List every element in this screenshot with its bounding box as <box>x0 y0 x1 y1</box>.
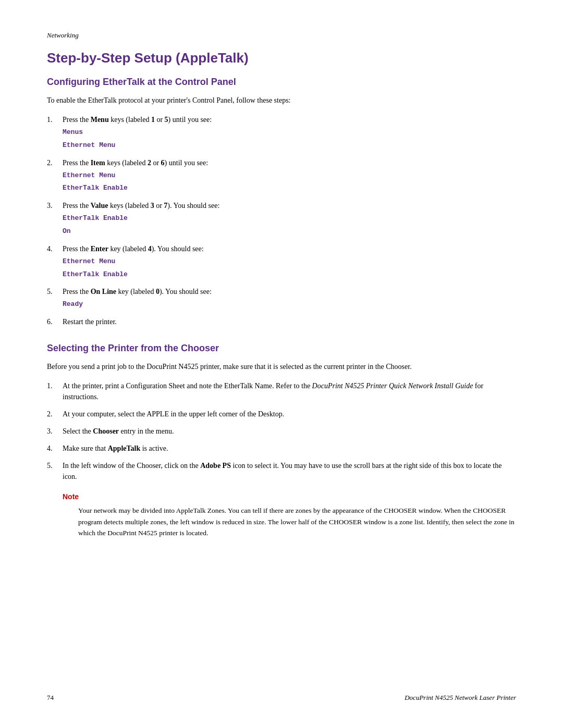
step-1-bold-1: 1 <box>151 116 155 124</box>
step-4-bold-4: 4 <box>148 245 152 253</box>
s2-step-5-bold-adobeps: Adobe PS <box>200 462 231 470</box>
s2-step-3-number: 3. <box>47 426 53 437</box>
section1-intro: To enable the EtherTalk protocol at your… <box>47 95 516 106</box>
step-4-code-ethertalk-enable: EtherTalk Enable <box>63 269 516 280</box>
step-5-number: 5. <box>47 286 53 297</box>
s2-step-5-number: 5. <box>47 460 53 471</box>
s2-step-2: 2. At your computer, select the APPLE in… <box>47 409 516 419</box>
s2-step-1-number: 1. <box>47 380 53 391</box>
footer: 74 DocuPrint N4525 Network Laser Printer <box>47 694 516 702</box>
step-2-code-ethertalk-enable: EtherTalk Enable <box>63 183 516 194</box>
section2-steps-list: 1. At the printer, print a Configuration… <box>47 380 516 482</box>
note-section: Note Your network may be divided into Ap… <box>63 492 516 539</box>
s2-step-4-bold-appletalk: AppleTalk <box>108 445 141 452</box>
s2-step-4-number: 4. <box>47 443 53 454</box>
step-2-bold-item: Item <box>91 159 105 167</box>
step-1: 1. Press the Menu keys (labeled 1 or 5) … <box>47 114 516 151</box>
step-3: 3. Press the Value keys (labeled 3 or 7)… <box>47 200 516 237</box>
step-2: 2. Press the Item keys (labeled 2 or 6) … <box>47 157 516 194</box>
networking-label: Networking <box>47 31 516 40</box>
step-4-number: 4. <box>47 243 53 254</box>
step-3-code-on: On <box>63 226 516 237</box>
step-6: 6. Restart the printer. <box>47 316 516 327</box>
s2-step-4: 4. Make sure that AppleTalk is active. <box>47 443 516 454</box>
s2-step-3-bold-chooser: Chooser <box>93 427 119 435</box>
step-3-code-ethertalk-enable: EtherTalk Enable <box>63 213 516 224</box>
step-5: 5. Press the On Line key (labeled 0). Yo… <box>47 286 516 310</box>
step-2-number: 2. <box>47 157 53 168</box>
footer-page-number: 74 <box>47 694 54 702</box>
step-3-bold-7: 7 <box>164 202 167 209</box>
s2-step-3: 3. Select the Chooser entry in the menu. <box>47 426 516 437</box>
section2-title: Selecting the Printer from the Chooser <box>47 343 516 354</box>
step-1-bold-menu: Menu <box>91 116 109 124</box>
note-text: Your network may be divided into AppleTa… <box>78 505 516 539</box>
header-section: Networking <box>47 31 516 40</box>
section1-title: Configuring EtherTalk at the Control Pan… <box>47 77 516 88</box>
s2-step-1: 1. At the printer, print a Configuration… <box>47 380 516 402</box>
step-2-bold-2: 2 <box>148 159 151 167</box>
page: Networking Step-by-Step Setup (AppleTalk… <box>0 0 563 728</box>
step-1-code-ethernet-menu: Ethernet Menu <box>63 140 516 151</box>
page-title: Step-by-Step Setup (AppleTalk) <box>47 50 516 66</box>
step-2-bold-6: 6 <box>161 159 165 167</box>
step-3-bold-3: 3 <box>151 202 154 209</box>
step-5-bold-online: On Line <box>91 288 116 295</box>
s2-step-2-number: 2. <box>47 409 53 419</box>
step-3-number: 3. <box>47 200 53 211</box>
step-1-number: 1. <box>47 114 53 125</box>
step-1-bold-5: 5 <box>165 116 168 124</box>
section1-steps-list: 1. Press the Menu keys (labeled 1 or 5) … <box>47 114 516 327</box>
step-4-bold-enter: Enter <box>91 245 108 253</box>
step-5-code-ready: Ready <box>63 299 516 310</box>
footer-doc-title: DocuPrint N4525 Network Laser Printer <box>405 694 516 702</box>
step-4: 4. Press the Enter key (labeled 4). You … <box>47 243 516 280</box>
step-2-code-ethernet-menu: Ethernet Menu <box>63 170 516 181</box>
step-4-code-ethernet-menu: Ethernet Menu <box>63 256 516 267</box>
step-5-bold-0: 0 <box>156 288 160 295</box>
step-1-code-menus: Menus <box>63 127 516 138</box>
step-6-number: 6. <box>47 316 53 327</box>
note-label: Note <box>63 492 516 501</box>
s2-step-1-italic: DocuPrint N4525 Printer Quick Network In… <box>312 382 473 390</box>
step-3-bold-value: Value <box>91 202 108 209</box>
s2-step-5: 5. In the left window of the Chooser, cl… <box>47 460 516 482</box>
section2-intro: Before you send a print job to the DocuP… <box>47 361 516 372</box>
